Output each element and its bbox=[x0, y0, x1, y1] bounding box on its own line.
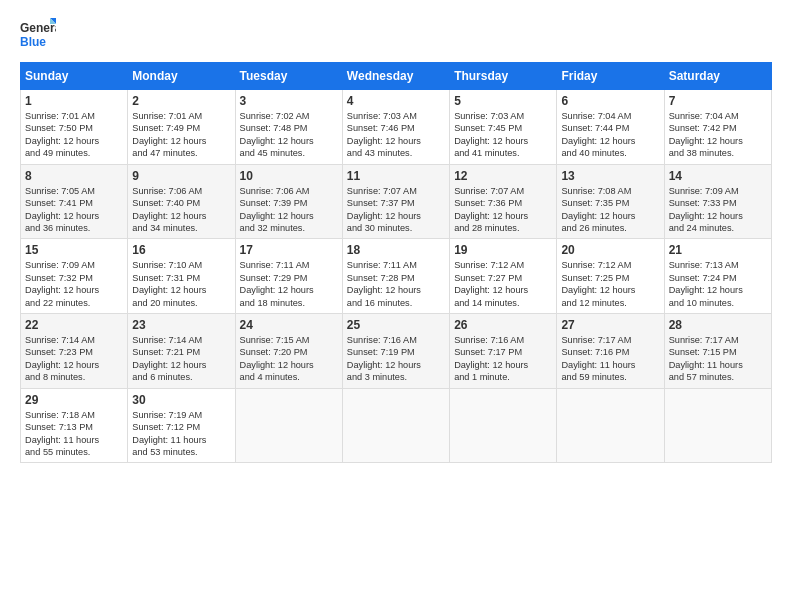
cell-content: Sunrise: 7:03 AMSunset: 7:46 PMDaylight:… bbox=[347, 110, 445, 160]
logo: General Blue bbox=[20, 16, 56, 52]
table-row: 27Sunrise: 7:17 AMSunset: 7:16 PMDayligh… bbox=[557, 314, 664, 389]
day-number: 6 bbox=[561, 94, 659, 108]
table-row bbox=[342, 388, 449, 463]
table-row: 13Sunrise: 7:08 AMSunset: 7:35 PMDayligh… bbox=[557, 164, 664, 239]
day-number: 20 bbox=[561, 243, 659, 257]
day-number: 18 bbox=[347, 243, 445, 257]
col-friday: Friday bbox=[557, 63, 664, 90]
header-row: Sunday Monday Tuesday Wednesday Thursday… bbox=[21, 63, 772, 90]
table-row: 8Sunrise: 7:05 AMSunset: 7:41 PMDaylight… bbox=[21, 164, 128, 239]
day-number: 22 bbox=[25, 318, 123, 332]
col-saturday: Saturday bbox=[664, 63, 771, 90]
cell-content: Sunrise: 7:03 AMSunset: 7:45 PMDaylight:… bbox=[454, 110, 552, 160]
cell-content: Sunrise: 7:12 AMSunset: 7:25 PMDaylight:… bbox=[561, 259, 659, 309]
table-row: 28Sunrise: 7:17 AMSunset: 7:15 PMDayligh… bbox=[664, 314, 771, 389]
table-row: 26Sunrise: 7:16 AMSunset: 7:17 PMDayligh… bbox=[450, 314, 557, 389]
cell-content: Sunrise: 7:01 AMSunset: 7:49 PMDaylight:… bbox=[132, 110, 230, 160]
cell-content: Sunrise: 7:04 AMSunset: 7:42 PMDaylight:… bbox=[669, 110, 767, 160]
table-row: 12Sunrise: 7:07 AMSunset: 7:36 PMDayligh… bbox=[450, 164, 557, 239]
table-row: 5Sunrise: 7:03 AMSunset: 7:45 PMDaylight… bbox=[450, 90, 557, 165]
day-number: 19 bbox=[454, 243, 552, 257]
cell-content: Sunrise: 7:04 AMSunset: 7:44 PMDaylight:… bbox=[561, 110, 659, 160]
day-number: 11 bbox=[347, 169, 445, 183]
cell-content: Sunrise: 7:05 AMSunset: 7:41 PMDaylight:… bbox=[25, 185, 123, 235]
table-row: 17Sunrise: 7:11 AMSunset: 7:29 PMDayligh… bbox=[235, 239, 342, 314]
cell-content: Sunrise: 7:01 AMSunset: 7:50 PMDaylight:… bbox=[25, 110, 123, 160]
cell-content: Sunrise: 7:14 AMSunset: 7:21 PMDaylight:… bbox=[132, 334, 230, 384]
table-row: 6Sunrise: 7:04 AMSunset: 7:44 PMDaylight… bbox=[557, 90, 664, 165]
day-number: 23 bbox=[132, 318, 230, 332]
cell-content: Sunrise: 7:07 AMSunset: 7:37 PMDaylight:… bbox=[347, 185, 445, 235]
day-number: 14 bbox=[669, 169, 767, 183]
table-row: 18Sunrise: 7:11 AMSunset: 7:28 PMDayligh… bbox=[342, 239, 449, 314]
header: General Blue bbox=[20, 16, 772, 52]
cell-content: Sunrise: 7:17 AMSunset: 7:15 PMDaylight:… bbox=[669, 334, 767, 384]
table-row: 30Sunrise: 7:19 AMSunset: 7:12 PMDayligh… bbox=[128, 388, 235, 463]
day-number: 5 bbox=[454, 94, 552, 108]
day-number: 16 bbox=[132, 243, 230, 257]
table-row: 9Sunrise: 7:06 AMSunset: 7:40 PMDaylight… bbox=[128, 164, 235, 239]
table-row: 22Sunrise: 7:14 AMSunset: 7:23 PMDayligh… bbox=[21, 314, 128, 389]
day-number: 28 bbox=[669, 318, 767, 332]
cell-content: Sunrise: 7:18 AMSunset: 7:13 PMDaylight:… bbox=[25, 409, 123, 459]
day-number: 25 bbox=[347, 318, 445, 332]
col-thursday: Thursday bbox=[450, 63, 557, 90]
table-row: 24Sunrise: 7:15 AMSunset: 7:20 PMDayligh… bbox=[235, 314, 342, 389]
cell-content: Sunrise: 7:16 AMSunset: 7:17 PMDaylight:… bbox=[454, 334, 552, 384]
col-sunday: Sunday bbox=[21, 63, 128, 90]
cell-content: Sunrise: 7:07 AMSunset: 7:36 PMDaylight:… bbox=[454, 185, 552, 235]
day-number: 13 bbox=[561, 169, 659, 183]
cell-content: Sunrise: 7:06 AMSunset: 7:40 PMDaylight:… bbox=[132, 185, 230, 235]
cell-content: Sunrise: 7:13 AMSunset: 7:24 PMDaylight:… bbox=[669, 259, 767, 309]
cell-content: Sunrise: 7:08 AMSunset: 7:35 PMDaylight:… bbox=[561, 185, 659, 235]
col-wednesday: Wednesday bbox=[342, 63, 449, 90]
cell-content: Sunrise: 7:14 AMSunset: 7:23 PMDaylight:… bbox=[25, 334, 123, 384]
day-number: 4 bbox=[347, 94, 445, 108]
cell-content: Sunrise: 7:17 AMSunset: 7:16 PMDaylight:… bbox=[561, 334, 659, 384]
day-number: 8 bbox=[25, 169, 123, 183]
cell-content: Sunrise: 7:06 AMSunset: 7:39 PMDaylight:… bbox=[240, 185, 338, 235]
calendar-row: 29Sunrise: 7:18 AMSunset: 7:13 PMDayligh… bbox=[21, 388, 772, 463]
cell-content: Sunrise: 7:09 AMSunset: 7:33 PMDaylight:… bbox=[669, 185, 767, 235]
logo-blue-text: Blue bbox=[20, 35, 46, 49]
day-number: 1 bbox=[25, 94, 123, 108]
calendar-body: 1Sunrise: 7:01 AMSunset: 7:50 PMDaylight… bbox=[21, 90, 772, 463]
col-tuesday: Tuesday bbox=[235, 63, 342, 90]
day-number: 21 bbox=[669, 243, 767, 257]
col-monday: Monday bbox=[128, 63, 235, 90]
day-number: 29 bbox=[25, 393, 123, 407]
calendar-row: 1Sunrise: 7:01 AMSunset: 7:50 PMDaylight… bbox=[21, 90, 772, 165]
table-row: 10Sunrise: 7:06 AMSunset: 7:39 PMDayligh… bbox=[235, 164, 342, 239]
table-row: 15Sunrise: 7:09 AMSunset: 7:32 PMDayligh… bbox=[21, 239, 128, 314]
calendar-row: 8Sunrise: 7:05 AMSunset: 7:41 PMDaylight… bbox=[21, 164, 772, 239]
day-number: 3 bbox=[240, 94, 338, 108]
calendar-row: 22Sunrise: 7:14 AMSunset: 7:23 PMDayligh… bbox=[21, 314, 772, 389]
cell-content: Sunrise: 7:10 AMSunset: 7:31 PMDaylight:… bbox=[132, 259, 230, 309]
table-row bbox=[450, 388, 557, 463]
cell-content: Sunrise: 7:09 AMSunset: 7:32 PMDaylight:… bbox=[25, 259, 123, 309]
table-row: 7Sunrise: 7:04 AMSunset: 7:42 PMDaylight… bbox=[664, 90, 771, 165]
day-number: 24 bbox=[240, 318, 338, 332]
table-row: 25Sunrise: 7:16 AMSunset: 7:19 PMDayligh… bbox=[342, 314, 449, 389]
day-number: 10 bbox=[240, 169, 338, 183]
table-row bbox=[664, 388, 771, 463]
day-number: 12 bbox=[454, 169, 552, 183]
cell-content: Sunrise: 7:12 AMSunset: 7:27 PMDaylight:… bbox=[454, 259, 552, 309]
table-row bbox=[557, 388, 664, 463]
cell-content: Sunrise: 7:16 AMSunset: 7:19 PMDaylight:… bbox=[347, 334, 445, 384]
table-row: 23Sunrise: 7:14 AMSunset: 7:21 PMDayligh… bbox=[128, 314, 235, 389]
day-number: 26 bbox=[454, 318, 552, 332]
day-number: 9 bbox=[132, 169, 230, 183]
day-number: 15 bbox=[25, 243, 123, 257]
table-row: 29Sunrise: 7:18 AMSunset: 7:13 PMDayligh… bbox=[21, 388, 128, 463]
logo-svg: General Blue bbox=[20, 16, 56, 52]
cell-content: Sunrise: 7:19 AMSunset: 7:12 PMDaylight:… bbox=[132, 409, 230, 459]
day-number: 27 bbox=[561, 318, 659, 332]
day-number: 7 bbox=[669, 94, 767, 108]
table-row: 20Sunrise: 7:12 AMSunset: 7:25 PMDayligh… bbox=[557, 239, 664, 314]
table-row bbox=[235, 388, 342, 463]
day-number: 17 bbox=[240, 243, 338, 257]
day-number: 2 bbox=[132, 94, 230, 108]
table-row: 11Sunrise: 7:07 AMSunset: 7:37 PMDayligh… bbox=[342, 164, 449, 239]
table-row: 4Sunrise: 7:03 AMSunset: 7:46 PMDaylight… bbox=[342, 90, 449, 165]
